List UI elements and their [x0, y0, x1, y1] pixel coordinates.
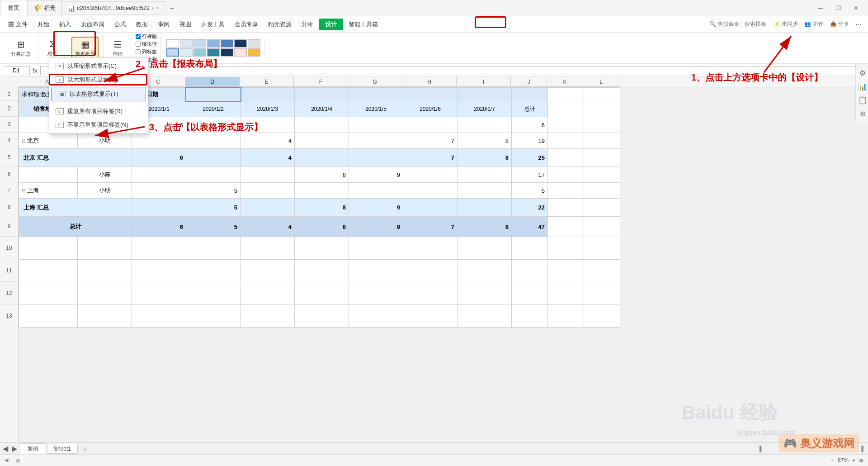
cell-J3[interactable]: 6: [512, 117, 548, 133]
cell-C6[interactable]: [132, 167, 186, 183]
cell-B7[interactable]: 小明: [78, 183, 132, 199]
checkbox-row-stripe[interactable]: [136, 42, 141, 47]
cell-H12[interactable]: [403, 282, 458, 305]
scroll-left-btn[interactable]: ◀: [3, 444, 8, 453]
style-8[interactable]: [180, 48, 193, 57]
row-header-12[interactable]: 12: [0, 282, 18, 304]
cell-H3[interactable]: [403, 117, 458, 133]
cell-G2[interactable]: 2020/1/5: [349, 101, 403, 117]
cell-B6[interactable]: 小陈: [78, 167, 132, 183]
cell-K2[interactable]: [548, 101, 584, 117]
menu-resources[interactable]: 稻壳资源: [264, 19, 296, 30]
cell-G13[interactable]: [349, 305, 403, 328]
cell-C13[interactable]: [132, 305, 186, 328]
share-btn[interactable]: 📤 分享: [827, 20, 852, 28]
cell-G3[interactable]: [349, 117, 403, 133]
scroll-right-btn[interactable]: ▶: [12, 444, 17, 453]
cell-I3[interactable]: [458, 117, 512, 133]
row-header-8[interactable]: 8: [0, 198, 18, 216]
row-header-11[interactable]: 11: [0, 259, 18, 282]
cell-K1[interactable]: [548, 88, 584, 101]
menu-formula[interactable]: 公式: [110, 19, 131, 30]
cell-H2[interactable]: 2020/1/6: [403, 101, 458, 117]
cell-D8[interactable]: 5: [186, 199, 241, 217]
cell-F8[interactable]: 8: [295, 199, 349, 217]
cell-I9[interactable]: 8: [458, 217, 512, 237]
cell-D2[interactable]: 2020/1/2: [186, 101, 241, 117]
cell-E7[interactable]: [241, 183, 295, 199]
more-menu[interactable]: ⋯: [853, 21, 864, 28]
cell-G8[interactable]: 9: [349, 199, 403, 217]
cell-G9[interactable]: 9: [349, 217, 403, 237]
cell-E12[interactable]: [241, 282, 295, 305]
cell-C4[interactable]: [132, 133, 186, 149]
cell-J12[interactable]: [512, 282, 548, 305]
style-7[interactable]: [166, 48, 179, 57]
dropdown-item-outline[interactable]: ≡ 以大纲形式显示(O): [49, 73, 148, 86]
cell-I12[interactable]: [458, 282, 512, 305]
layout-btn[interactable]: ▦ 报表布局: [71, 37, 99, 60]
cell-D7[interactable]: 5: [186, 183, 241, 199]
cell-L3[interactable]: [584, 117, 620, 133]
col-header-D[interactable]: D: [185, 77, 240, 87]
cell-D5[interactable]: [186, 149, 241, 167]
tab-file[interactable]: 📊 c2053f6b707...0dbee9cf522 ● ✕: [61, 1, 165, 15]
cell-C11[interactable]: [132, 260, 186, 282]
menu-analysis[interactable]: 分析: [297, 19, 318, 30]
classify-btn[interactable]: ⊞ 分类汇总: [8, 38, 33, 59]
zoom-in-btn[interactable]: +: [852, 457, 855, 464]
menu-insert[interactable]: 插入: [55, 19, 75, 30]
cell-L9[interactable]: [584, 217, 620, 237]
cell-A10[interactable]: [19, 237, 78, 260]
cell-K13[interactable]: [548, 305, 584, 328]
cell-L4[interactable]: [584, 133, 620, 149]
cell-C10[interactable]: [132, 237, 186, 260]
cell-I5[interactable]: 8: [458, 149, 512, 167]
style-9[interactable]: [193, 48, 206, 57]
cell-F10[interactable]: [295, 237, 349, 260]
cell-B13[interactable]: [78, 305, 132, 328]
cell-K6[interactable]: [548, 167, 584, 183]
row-header-1[interactable]: 1: [0, 87, 18, 101]
cell-L5[interactable]: [584, 149, 620, 167]
cell-D4[interactable]: [186, 133, 241, 149]
style-11[interactable]: [221, 48, 233, 57]
cell-I1[interactable]: [458, 88, 512, 101]
formula-input[interactable]: [40, 66, 865, 75]
checkbox-row-title[interactable]: [136, 34, 141, 39]
cell-L10[interactable]: [584, 237, 620, 260]
cell-F5[interactable]: [295, 149, 349, 167]
style-3[interactable]: [207, 39, 220, 48]
cell-I7[interactable]: [458, 183, 512, 199]
cell-G10[interactable]: [349, 237, 403, 260]
cell-I11[interactable]: [458, 260, 512, 282]
cell-J11[interactable]: [512, 260, 548, 282]
row-header-9[interactable]: 9: [0, 216, 18, 237]
cell-H9[interactable]: 7: [403, 217, 458, 237]
cell-E1[interactable]: [241, 88, 295, 101]
cell-G6[interactable]: 9: [349, 167, 403, 183]
menu-design[interactable]: 设计: [319, 19, 343, 30]
cell-J5[interactable]: 25: [512, 149, 548, 167]
menu-start[interactable]: 开始: [33, 19, 54, 30]
style-5[interactable]: [234, 39, 247, 48]
cell-A11[interactable]: [19, 260, 78, 282]
row-header-5[interactable]: 5: [0, 148, 18, 166]
cell-A7[interactable]: ⊟ 上海: [19, 183, 78, 199]
style-4[interactable]: [221, 39, 233, 48]
col-header-I[interactable]: I: [457, 77, 511, 87]
menu-data[interactable]: 数据: [132, 19, 152, 30]
win-restore-button[interactable]: ❐: [831, 3, 845, 13]
cell-I8[interactable]: [458, 199, 512, 217]
cell-L7[interactable]: [584, 183, 620, 199]
cell-F3[interactable]: [295, 117, 349, 133]
cell-A9[interactable]: 总计: [19, 217, 132, 237]
cell-C8[interactable]: [132, 199, 186, 217]
cell-E11[interactable]: [241, 260, 295, 282]
cell-E6[interactable]: [241, 167, 295, 183]
sheet-tab-case[interactable]: 案例: [21, 443, 45, 454]
style-10[interactable]: [207, 48, 220, 57]
cell-E8[interactable]: [241, 199, 295, 217]
dropdown-item-table[interactable]: ▦ 以表格形式显示(T): [51, 87, 146, 101]
rp-icon-4[interactable]: ⊕: [858, 109, 868, 119]
